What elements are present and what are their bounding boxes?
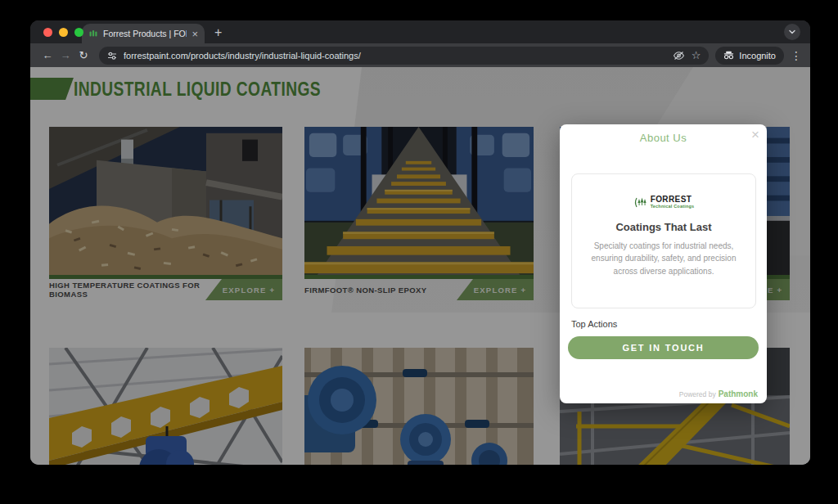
browser-toolbar: ← → ↻ forrestpaint.com/products/industry… <box>30 43 810 67</box>
modal-card-heading: Coatings That Last <box>615 221 711 233</box>
url-text: forrestpaint.com/products/industry/indus… <box>124 51 666 61</box>
about-us-modal: About Us × FORREST Technical <box>560 124 767 403</box>
top-actions-label: Top Actions <box>571 319 617 329</box>
forward-button[interactable]: → <box>56 49 74 61</box>
eye-slash-icon[interactable] <box>673 51 685 61</box>
incognito-badge: Incognito <box>715 47 784 65</box>
modal-title: About Us <box>560 132 767 144</box>
forrest-logo-text: FORREST Technical Coatings <box>651 196 695 209</box>
logo-tagline: Technical Coatings <box>651 205 695 209</box>
modal-close-icon[interactable]: × <box>751 128 759 142</box>
forrest-favicon-icon <box>88 29 98 38</box>
tab-search-chevron-button[interactable] <box>784 24 800 40</box>
zoom-window-button[interactable] <box>74 28 83 37</box>
incognito-label: Incognito <box>739 51 776 61</box>
powered-by: Powered byPathmonk <box>679 389 758 398</box>
browser-menu-button[interactable]: ⋮ <box>791 49 802 62</box>
bookmark-star-icon[interactable]: ☆ <box>692 49 701 61</box>
get-in-touch-button[interactable]: GET IN TOUCH <box>568 336 759 359</box>
back-button[interactable]: ← <box>38 49 56 61</box>
close-window-button[interactable] <box>43 28 52 37</box>
modal-card-body: Specialty coatings for industrial needs,… <box>581 240 746 278</box>
reload-button[interactable]: ↻ <box>74 49 92 61</box>
forrest-logo-icon <box>633 196 647 209</box>
tab-title: Forrest Products | FORREST T <box>103 29 187 38</box>
tab-strip: Forrest Products | FORREST T × + <box>30 20 810 43</box>
page-viewport: INDUSTRIAL LIQUID COATINGS <box>30 67 810 465</box>
site-settings-icon[interactable] <box>107 51 117 61</box>
window-controls <box>43 28 83 37</box>
browser-window: Forrest Products | FORREST T × + ← → ↻ f… <box>30 20 810 465</box>
forrest-logo: FORREST Technical Coatings <box>633 196 695 209</box>
chevron-down-icon <box>788 28 796 36</box>
address-bar[interactable]: forrestpaint.com/products/industry/indus… <box>99 47 709 65</box>
new-tab-button[interactable]: + <box>214 25 222 43</box>
minimize-window-button[interactable] <box>59 28 68 37</box>
modal-inner-card: FORREST Technical Coatings Coatings That… <box>571 173 756 308</box>
tab-forrest-products[interactable]: Forrest Products | FORREST T × <box>82 24 205 43</box>
tab-close-icon[interactable]: × <box>191 29 198 39</box>
logo-name: FORREST <box>651 196 695 204</box>
powered-by-prefix: Powered by <box>679 390 716 398</box>
pathmonk-link[interactable]: Pathmonk <box>719 389 758 398</box>
incognito-icon <box>723 51 734 60</box>
